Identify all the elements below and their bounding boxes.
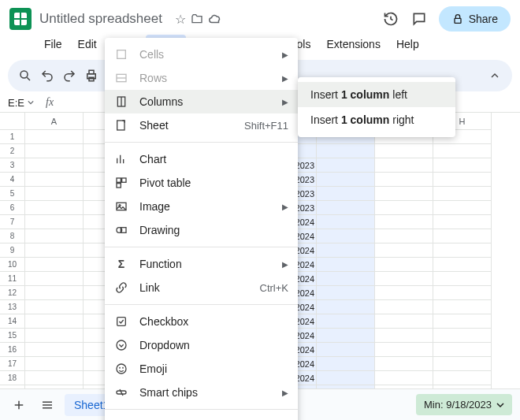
cell[interactable] (433, 258, 492, 272)
row-header[interactable]: 8 (0, 229, 25, 243)
search-icon[interactable] (16, 66, 35, 85)
cell[interactable] (375, 329, 433, 343)
cell[interactable] (25, 158, 84, 173)
cell[interactable] (25, 173, 84, 187)
cell[interactable] (375, 286, 433, 300)
cell[interactable] (317, 272, 375, 286)
row-header[interactable]: 18 (0, 371, 25, 385)
menu-item-dropdown[interactable]: Dropdown (105, 333, 298, 357)
cell[interactable] (317, 187, 375, 201)
history-icon[interactable] (382, 10, 399, 28)
cell[interactable] (25, 258, 84, 272)
cell[interactable] (317, 243, 375, 258)
cell[interactable] (317, 286, 375, 300)
cell[interactable] (25, 187, 84, 201)
cell[interactable] (25, 371, 84, 385)
cell[interactable] (375, 371, 433, 385)
cell[interactable] (317, 329, 375, 343)
cell[interactable] (375, 272, 433, 286)
row-header[interactable]: 15 (0, 329, 25, 343)
row-header[interactable]: 11 (0, 272, 25, 286)
cell[interactable] (317, 201, 375, 215)
row-header[interactable]: 3 (0, 158, 25, 173)
row-header[interactable]: 12 (0, 286, 25, 300)
insert-column-right[interactable]: Insert 1 column right (298, 107, 455, 132)
menu-item-link[interactable]: LinkCtrl+K (105, 276, 298, 299)
undo-icon[interactable] (38, 66, 57, 85)
cell[interactable] (433, 201, 492, 215)
menu-edit[interactable]: Edit (72, 35, 103, 54)
cell[interactable] (25, 130, 84, 144)
cell[interactable] (317, 215, 375, 229)
menu-item-chart[interactable]: Chart (105, 147, 298, 171)
cell[interactable] (433, 144, 492, 158)
cell[interactable] (433, 357, 492, 371)
cell[interactable] (375, 144, 433, 158)
menu-file[interactable]: File (38, 35, 69, 54)
comments-icon[interactable] (410, 10, 428, 28)
cell[interactable] (433, 343, 492, 357)
menu-item-sheet[interactable]: SheetShift+F11 (105, 113, 298, 137)
cell[interactable] (317, 158, 375, 173)
cell[interactable] (433, 229, 492, 243)
row-header[interactable]: 6 (0, 201, 25, 215)
cell[interactable] (433, 300, 492, 314)
row-header[interactable]: 10 (0, 258, 25, 272)
cell[interactable] (317, 258, 375, 272)
cell[interactable] (375, 258, 433, 272)
cell[interactable] (25, 300, 84, 314)
menu-item-image[interactable]: Image▶ (105, 195, 298, 218)
row-header[interactable]: 17 (0, 357, 25, 371)
cell[interactable] (433, 215, 492, 229)
cell[interactable] (317, 371, 375, 385)
cell[interactable] (25, 201, 84, 215)
cell[interactable] (375, 343, 433, 357)
cell[interactable] (433, 272, 492, 286)
cell[interactable] (25, 343, 84, 357)
cell[interactable] (317, 343, 375, 357)
row-header[interactable]: 1 (0, 130, 25, 144)
cell[interactable] (25, 286, 84, 300)
row-header[interactable]: 4 (0, 173, 25, 187)
cell[interactable] (25, 229, 84, 243)
menu-item-function[interactable]: ΣFunction▶ (105, 252, 298, 276)
cell[interactable] (317, 300, 375, 314)
cell[interactable] (433, 371, 492, 385)
name-box[interactable]: E:E (5, 97, 39, 109)
menu-item-comment[interactable]: CommentCtrl+Alt+M (105, 414, 298, 420)
insert-column-left[interactable]: Insert 1 column left (298, 82, 455, 107)
cell[interactable] (433, 173, 492, 187)
cell[interactable] (25, 357, 84, 371)
toolbar-collapse-icon[interactable] (485, 66, 504, 85)
cell[interactable] (375, 201, 433, 215)
cell[interactable] (317, 144, 375, 158)
cloud-status-icon[interactable] (208, 12, 222, 26)
cell[interactable] (433, 329, 492, 343)
cell[interactable] (25, 243, 84, 258)
cell[interactable] (375, 357, 433, 371)
cell[interactable] (375, 243, 433, 258)
star-icon[interactable]: ☆ (175, 12, 186, 27)
cell[interactable] (375, 229, 433, 243)
column-header[interactable]: A (25, 113, 84, 130)
cell[interactable] (433, 286, 492, 300)
move-icon[interactable] (191, 13, 203, 25)
redo-icon[interactable] (60, 66, 79, 85)
cell[interactable] (375, 300, 433, 314)
cell[interactable] (25, 215, 84, 229)
cell[interactable] (317, 173, 375, 187)
cell[interactable] (433, 314, 492, 329)
cell[interactable] (317, 357, 375, 371)
add-sheet-icon[interactable] (8, 394, 30, 416)
cell[interactable] (375, 158, 433, 173)
menu-item-emoji[interactable]: Emoji (105, 357, 298, 381)
cell[interactable] (433, 243, 492, 258)
cell[interactable] (375, 173, 433, 187)
menu-item-checkbox[interactable]: Checkbox (105, 310, 298, 333)
cell[interactable] (317, 229, 375, 243)
print-icon[interactable] (82, 66, 101, 85)
cell[interactable] (25, 329, 84, 343)
cell[interactable] (25, 144, 84, 158)
cell[interactable] (375, 314, 433, 329)
row-header[interactable]: 13 (0, 300, 25, 314)
